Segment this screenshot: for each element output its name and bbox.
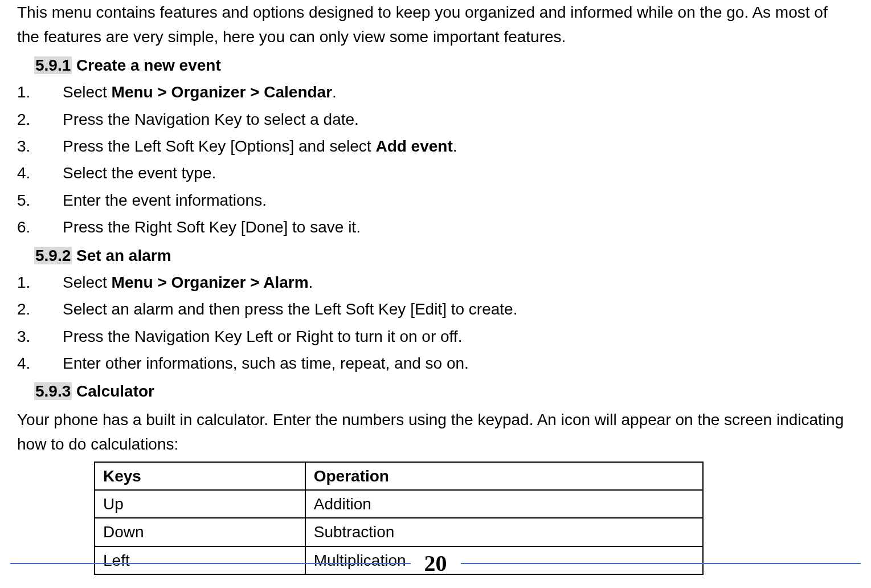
- intro-line-1: This menu contains features and options …: [17, 3, 749, 21]
- list-text: Select the event type.: [63, 161, 854, 185]
- set-alarm-steps: 1. Select Menu > Organizer > Alarm. 2. S…: [17, 270, 854, 376]
- list-number: 1.: [17, 270, 63, 295]
- list-number: 3.: [17, 134, 63, 158]
- section-heading-create-event: 5.9.1 Create a new event: [17, 53, 854, 77]
- list-text: Press the Navigation Key to select a dat…: [63, 107, 854, 132]
- list-text: Select Menu > Organizer > Alarm.: [63, 270, 854, 295]
- list-item: 6. Press the Right Soft Key [Done] to sa…: [17, 215, 854, 239]
- section-heading-set-alarm: 5.9.2 Set an alarm: [17, 243, 854, 268]
- section-title: Create a new event: [72, 56, 220, 74]
- list-text: Select an alarm and then press the Left …: [63, 297, 854, 321]
- list-item: 1. Select Menu > Organizer > Calendar.: [17, 80, 854, 104]
- list-text: Press the Navigation Key Left or Right t…: [63, 324, 854, 349]
- list-number: 2.: [17, 107, 63, 132]
- table-header-operation: Operation: [305, 462, 703, 490]
- section-title: Calculator: [72, 382, 154, 400]
- list-item: 3. Press the Left Soft Key [Options] and…: [17, 134, 854, 158]
- table-row: Down Subtraction: [95, 518, 703, 546]
- page-number: 20: [421, 546, 451, 581]
- list-text: Press the Right Soft Key [Done] to save …: [63, 215, 854, 239]
- section-number: 5.9.2: [34, 247, 72, 264]
- table-cell-op: Subtraction: [305, 518, 703, 546]
- list-number: 4.: [17, 351, 63, 375]
- list-number: 1.: [17, 80, 63, 104]
- table-cell-key: Up: [95, 490, 305, 518]
- footer-rule-left: [10, 563, 411, 564]
- calculator-paragraph: Your phone has a built in calculator. En…: [17, 407, 854, 457]
- table-row: Up Addition: [95, 490, 703, 518]
- list-number: 3.: [17, 324, 63, 349]
- section-number: 5.9.3: [34, 382, 72, 400]
- list-text: Enter the event informations.: [63, 188, 854, 213]
- list-text: Press the Left Soft Key [Options] and se…: [63, 134, 854, 158]
- list-item: 2. Press the Navigation Key to select a …: [17, 107, 854, 132]
- section-number: 5.9.1: [34, 56, 72, 74]
- list-item: 5. Enter the event informations.: [17, 188, 854, 213]
- list-item: 1. Select Menu > Organizer > Alarm.: [17, 270, 854, 295]
- section-title: Set an alarm: [72, 247, 171, 264]
- table-cell-op: Addition: [305, 490, 703, 518]
- create-event-steps: 1. Select Menu > Organizer > Calendar. 2…: [17, 80, 854, 239]
- intro-paragraph: This menu contains features and options …: [17, 0, 854, 50]
- list-number: 5.: [17, 188, 63, 213]
- table-header-keys: Keys: [95, 462, 305, 490]
- page-footer: 20: [0, 546, 871, 581]
- footer-rule-right: [461, 563, 861, 564]
- list-number: 4.: [17, 161, 63, 185]
- table-header-row: Keys Operation: [95, 462, 703, 490]
- list-item: 3. Press the Navigation Key Left or Righ…: [17, 324, 854, 349]
- list-item: 2. Select an alarm and then press the Le…: [17, 297, 854, 321]
- list-text: Select Menu > Organizer > Calendar.: [63, 80, 854, 104]
- section-heading-calculator: 5.9.3 Calculator: [17, 379, 854, 403]
- list-number: 6.: [17, 215, 63, 239]
- table-cell-key: Down: [95, 518, 305, 546]
- list-item: 4. Select the event type.: [17, 161, 854, 185]
- list-number: 2.: [17, 297, 63, 321]
- list-text: Enter other informations, such as time, …: [63, 351, 854, 375]
- list-item: 4. Enter other informations, such as tim…: [17, 351, 854, 375]
